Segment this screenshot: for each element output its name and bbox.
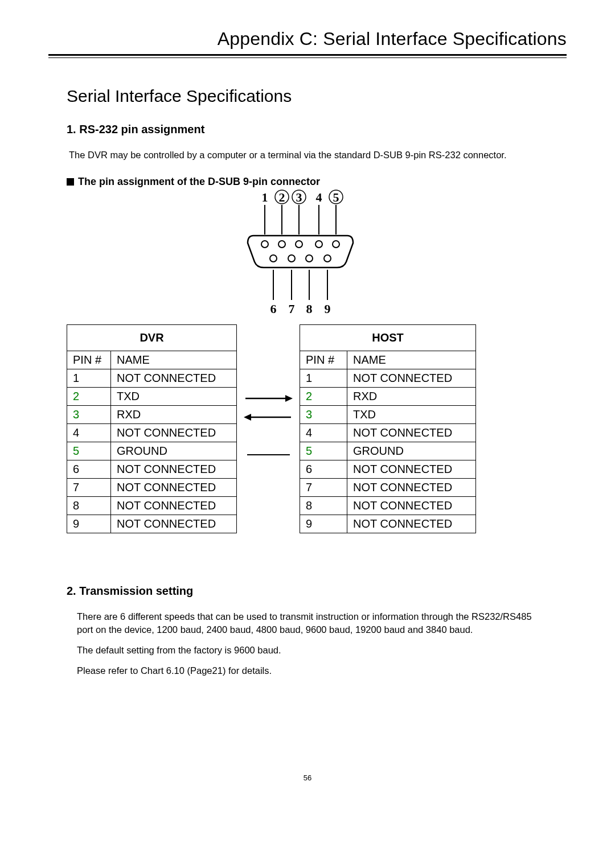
- arrow-column: [237, 324, 300, 533]
- table-row: 3TXD: [300, 406, 476, 424]
- table-row: 4NOT CONNECTED: [67, 424, 237, 442]
- table-row: 9NOT CONNECTED: [67, 515, 237, 533]
- svg-point-5: [261, 241, 268, 248]
- dvr-table: DVR PIN # NAME 1NOT CONNECTED 2TXD 3RXD …: [67, 324, 237, 533]
- pin-label-7: 7: [289, 302, 295, 316]
- table-row: 7NOT CONNECTED: [300, 479, 476, 497]
- table-row: 9NOT CONNECTED: [300, 515, 476, 533]
- pin-label-8: 8: [306, 302, 313, 316]
- subsection-2-p3: Please refer to Chart 6.10 (Page21) for …: [67, 664, 548, 677]
- bullet-heading: The pin assignment of the D-SUB 9-pin co…: [67, 176, 548, 188]
- arrow-left-icon: [237, 408, 300, 426]
- subsection-2-p1: There are 6 different speeds that can be…: [67, 610, 548, 636]
- subsection-1-body: The DVR may be controlled by a computer …: [67, 149, 548, 161]
- dsub9-connector-diagram: 1 2 3 4 5: [236, 189, 379, 320]
- svg-point-13: [324, 255, 331, 262]
- svg-marker-19: [285, 395, 293, 402]
- dvr-col-pin: PIN #: [67, 351, 111, 369]
- pin-label-5: 5: [333, 190, 339, 204]
- pin-label-1: 1: [262, 190, 268, 204]
- pin-label-6: 6: [270, 302, 277, 316]
- pin-label-2: 2: [279, 190, 285, 204]
- host-table: HOST PIN # NAME 1NOT CONNECTED 2RXD 3TXD…: [300, 324, 476, 533]
- subsection-2-p2: The default setting from the factory is …: [67, 644, 548, 656]
- subsection-1-heading: 1. RS-232 pin assignment: [67, 123, 548, 136]
- page: Appendix C: Serial Interface Specificati…: [0, 0, 615, 805]
- table-row: 2RXD: [300, 388, 476, 406]
- table-row: 1NOT CONNECTED: [300, 369, 476, 388]
- table-row: 7NOT CONNECTED: [67, 479, 237, 497]
- dvr-table-title: DVR: [67, 325, 237, 351]
- host-col-pin: PIN #: [300, 351, 347, 369]
- arrow-right-icon: [237, 389, 300, 408]
- table-row: 5GROUND: [300, 442, 476, 460]
- svg-marker-21: [244, 414, 251, 421]
- host-col-name: NAME: [347, 351, 476, 369]
- appendix-header: Appendix C: Serial Interface Specificati…: [48, 28, 567, 50]
- pin-label-3: 3: [296, 190, 302, 204]
- pin-tables-row: DVR PIN # NAME 1NOT CONNECTED 2TXD 3RXD …: [67, 324, 548, 533]
- section-title: Serial Interface Specifications: [67, 87, 548, 106]
- table-row: 6NOT CONNECTED: [300, 460, 476, 479]
- square-bullet-icon: [67, 178, 74, 186]
- subsection-2-heading: 2. Transmission setting: [67, 585, 548, 598]
- svg-point-9: [333, 241, 339, 248]
- table-row: 4NOT CONNECTED: [300, 424, 476, 442]
- svg-point-11: [288, 255, 295, 262]
- svg-point-10: [270, 255, 277, 262]
- table-row: 8NOT CONNECTED: [300, 497, 476, 515]
- svg-point-12: [306, 255, 313, 262]
- svg-point-8: [315, 241, 322, 248]
- content: Serial Interface Specifications 1. RS-23…: [48, 58, 567, 782]
- table-row: 8NOT CONNECTED: [67, 497, 237, 515]
- pin-label-9: 9: [325, 302, 331, 316]
- table-row: 6NOT CONNECTED: [67, 460, 237, 479]
- header-rule: [48, 54, 567, 58]
- table-row: 5GROUND: [67, 442, 237, 460]
- table-row: 1NOT CONNECTED: [67, 369, 237, 388]
- table-row: 2TXD: [67, 388, 237, 406]
- bullet-heading-text: The pin assignment of the D-SUB 9-pin co…: [78, 176, 320, 188]
- svg-point-6: [278, 241, 285, 248]
- svg-point-7: [296, 241, 302, 248]
- dvr-col-name: NAME: [111, 351, 237, 369]
- page-number: 56: [67, 774, 548, 782]
- pin-label-4: 4: [316, 190, 322, 204]
- connection-line-icon: [237, 445, 300, 464]
- host-table-title: HOST: [300, 325, 476, 351]
- subsection-2: 2. Transmission setting There are 6 diff…: [67, 585, 548, 677]
- table-row: 3RXD: [67, 406, 237, 424]
